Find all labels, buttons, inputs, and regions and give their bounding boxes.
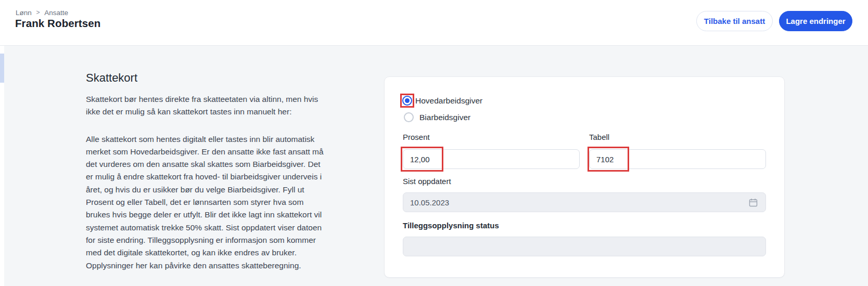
tilleggsopplysning-label: Tilleggsopplysning status [403, 221, 499, 230]
skattekort-description-column: Skattekort Skattekort bør hentes direkte… [86, 71, 329, 272]
prosent-label: Prosent [403, 133, 430, 141]
section-description-text: Alle skattekort som hentes digitalt elle… [86, 133, 329, 272]
tabell-input[interactable] [589, 149, 766, 169]
section-intro-text: Skattekort bør hentes direkte fra skatte… [86, 93, 329, 119]
sist-oppdatert-input [403, 192, 766, 212]
tilleggsopplysning-input [403, 237, 766, 256]
biarbeidsgiver-radio-icon[interactable] [404, 112, 414, 122]
breadcrumb-ansatte[interactable]: Ansatte [44, 9, 68, 17]
section-heading: Skattekort [86, 71, 329, 85]
page-title: Frank Robertsen [15, 17, 100, 30]
sist-oppdatert-label: Sist oppdatert [403, 177, 451, 186]
breadcrumb-separator: > [36, 9, 40, 16]
hovedarbeidsgiver-radio-row[interactable]: Hovedarbeidsgiver [402, 96, 482, 106]
hovedarbeidsgiver-radio-label[interactable]: Hovedarbeidsgiver [415, 96, 482, 106]
breadcrumb: Lønn > Ansatte [16, 8, 68, 17]
sidebar-active-indicator [0, 54, 4, 83]
main-content: Skattekort Skattekort bør hentes direkte… [4, 45, 868, 286]
skattekort-form-card: Hovedarbeidsgiver Biarbeidsgiver Prosent… [384, 76, 785, 278]
breadcrumb-lonn[interactable]: Lønn [16, 9, 32, 17]
tabell-label: Tabell [589, 133, 609, 141]
biarbeidsgiver-radio-row[interactable]: Biarbeidsgiver [404, 112, 470, 122]
calendar-icon [749, 198, 758, 207]
biarbeidsgiver-radio-label[interactable]: Biarbeidsgiver [419, 113, 470, 122]
save-changes-button[interactable]: Lagre endringer [779, 11, 852, 31]
page-header: Lønn > Ansatte Frank Robertsen Tilbake t… [0, 0, 868, 46]
hovedarbeidsgiver-radio-icon[interactable] [402, 96, 412, 106]
prosent-input[interactable] [403, 149, 580, 169]
back-to-employee-button[interactable]: Tilbake til ansatt [696, 11, 773, 31]
